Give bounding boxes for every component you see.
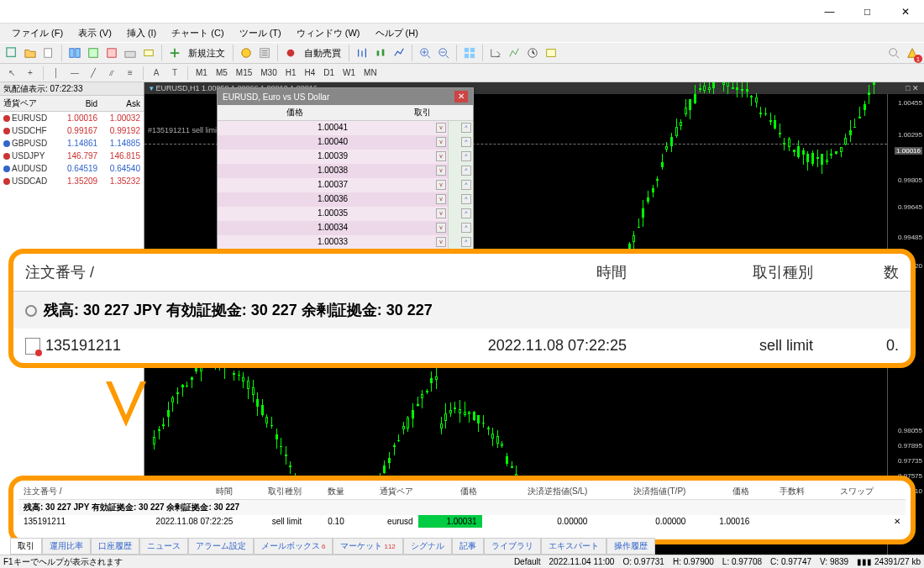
market-watch-icon[interactable] xyxy=(66,45,83,61)
terminal-tab[interactable]: 口座履歴 xyxy=(91,538,139,555)
trendline-icon[interactable]: ╱ xyxy=(85,65,102,82)
terminal-tab[interactable]: 操作履歴 xyxy=(606,538,655,555)
depth-row[interactable]: 1.00039v^ xyxy=(218,150,473,164)
open-icon[interactable] xyxy=(22,45,39,61)
bp-col[interactable]: 手数料 xyxy=(754,484,810,500)
bp-col[interactable]: 注文番号 / xyxy=(18,484,101,500)
chart-close-icon[interactable]: □ ✕ xyxy=(906,84,919,92)
menu-tools[interactable]: ツール (T) xyxy=(233,25,288,41)
terminal-order-row[interactable]: 135191211 2022.11.08 07:22:25 sell limit… xyxy=(18,515,906,528)
autotrade-icon[interactable] xyxy=(282,45,299,61)
bp-close-icon[interactable]: ✕ xyxy=(879,515,906,528)
tf-m5[interactable]: M5 xyxy=(213,66,231,79)
fibo-icon[interactable]: ≡ xyxy=(122,65,139,82)
shift-icon[interactable] xyxy=(487,45,504,61)
auto-scroll-icon[interactable] xyxy=(461,45,478,61)
tf-m30[interactable]: M30 xyxy=(257,66,280,79)
terminal-tab[interactable]: マーケット112 xyxy=(333,538,402,555)
search-icon[interactable] xyxy=(885,45,902,61)
terminal-tab[interactable]: ライブラリ xyxy=(484,538,541,555)
mw-row-USDCHF[interactable]: USDCHF0.991670.99192 xyxy=(0,124,144,137)
menu-view[interactable]: 表示 (V) xyxy=(71,25,118,41)
mw-row-USDCAD[interactable]: USDCAD1.352091.35232 xyxy=(0,175,144,187)
bp-col[interactable]: 取引種別 xyxy=(238,484,307,500)
navigator-icon[interactable] xyxy=(103,45,120,61)
bp-col[interactable]: 価格 xyxy=(418,484,482,500)
terminal-tab[interactable]: エキスパート xyxy=(541,538,606,555)
channel-icon[interactable]: ⫽ xyxy=(103,65,120,82)
close-button[interactable]: ✕ xyxy=(886,0,924,24)
cursor-icon[interactable]: ↖ xyxy=(3,65,20,82)
minimize-button[interactable]: — xyxy=(811,0,848,24)
maximize-button[interactable]: □ xyxy=(848,0,886,24)
tf-mn[interactable]: MN xyxy=(360,66,381,79)
text-icon[interactable]: A xyxy=(148,65,165,82)
menu-window[interactable]: ウィンドウ (W) xyxy=(290,25,367,41)
menu-chart[interactable]: チャート (C) xyxy=(165,25,230,41)
mw-col-ask[interactable]: Ask xyxy=(101,96,144,112)
new-order-icon[interactable] xyxy=(166,45,183,61)
candle-chart-icon[interactable] xyxy=(372,45,389,61)
terminal-tab[interactable]: 運用比率 xyxy=(42,538,91,555)
bp-col[interactable]: 数量 xyxy=(307,484,349,500)
zoom-out-icon[interactable] xyxy=(435,45,452,61)
terminal-tab[interactable]: ニュース xyxy=(139,538,188,555)
hline-icon[interactable]: — xyxy=(66,65,83,82)
bp-col[interactable] xyxy=(879,484,906,500)
menu-file[interactable]: ファイル (F) xyxy=(5,25,70,41)
mw-col-symbol[interactable]: 通貨ペア xyxy=(0,96,58,112)
vline-icon[interactable]: │ xyxy=(48,65,65,82)
dialog-close-icon[interactable]: ✕ xyxy=(454,91,468,103)
menu-insert[interactable]: 挿入 (I) xyxy=(120,25,163,41)
metaeditor-icon[interactable] xyxy=(238,45,255,61)
data-window-icon[interactable] xyxy=(85,45,102,61)
depth-row[interactable]: 1.00037v^ xyxy=(218,178,473,192)
status-profile[interactable]: Default xyxy=(514,557,541,566)
new-chart-icon[interactable] xyxy=(3,45,20,61)
terminal-tab[interactable]: シグナル xyxy=(403,538,452,555)
indicators-icon[interactable] xyxy=(506,45,522,61)
tf-h4[interactable]: H4 xyxy=(302,66,319,79)
tf-w1[interactable]: W1 xyxy=(339,66,359,79)
terminal-tab[interactable]: 取引 xyxy=(10,538,42,555)
templates-icon[interactable] xyxy=(543,45,559,61)
autotrade-label[interactable]: 自動売買 xyxy=(301,47,344,60)
bp-col[interactable]: 決済逆指値(S/L) xyxy=(482,484,593,500)
periods-icon[interactable] xyxy=(524,45,541,61)
alerts-icon[interactable]: 1 xyxy=(904,45,921,61)
profiles-icon[interactable] xyxy=(40,45,57,61)
bp-col[interactable]: 決済指値(T/P) xyxy=(592,484,690,500)
depth-row[interactable]: 1.00035v^ xyxy=(218,207,473,221)
dialog-title-bar[interactable]: EURUSD, Euro vs US Dollar ✕ xyxy=(218,88,473,105)
terminal-icon[interactable] xyxy=(122,45,139,61)
bp-col[interactable]: 価格 xyxy=(690,484,754,500)
bp-col[interactable]: 時間 xyxy=(101,484,239,500)
callout-order-row[interactable]: 135191211 2022.11.08 07:22:25 sell limit… xyxy=(13,329,911,363)
tf-h1[interactable]: H1 xyxy=(282,66,300,79)
tf-m15[interactable]: M15 xyxy=(233,66,255,79)
depth-row[interactable]: 1.00033v^ xyxy=(218,235,473,250)
new-order-label[interactable]: 新規注文 xyxy=(185,47,228,60)
bar-chart-icon[interactable] xyxy=(354,45,370,61)
mw-col-bid[interactable]: Bid xyxy=(58,96,101,112)
bp-col[interactable]: スワップ xyxy=(810,484,879,500)
terminal-tab[interactable]: アラーム設定 xyxy=(188,538,254,555)
depth-row[interactable]: 1.00040v^ xyxy=(218,135,473,150)
tf-m1[interactable]: M1 xyxy=(192,66,211,79)
mw-row-AUDUSD[interactable]: AUDUSD0.645190.64540 xyxy=(0,162,144,175)
options-icon[interactable] xyxy=(256,45,273,61)
text-label-icon[interactable]: T xyxy=(166,65,183,82)
depth-row[interactable]: 1.00036v^ xyxy=(218,192,473,207)
bp-col[interactable]: 通貨ペア xyxy=(349,484,418,500)
strategy-tester-icon[interactable] xyxy=(140,45,157,61)
crosshair-icon[interactable]: + xyxy=(22,65,39,82)
menu-help[interactable]: ヘルプ (H) xyxy=(369,25,425,41)
mw-row-EURUSD[interactable]: EURUSD1.000161.00032 xyxy=(0,112,144,125)
tf-d1[interactable]: D1 xyxy=(320,66,338,79)
depth-row[interactable]: 1.00034v^ xyxy=(218,221,473,235)
mw-row-GBPUSD[interactable]: GBPUSD1.148611.14885 xyxy=(0,137,144,150)
depth-row[interactable]: 1.00038v^ xyxy=(218,164,473,178)
terminal-tab[interactable]: 記事 xyxy=(452,538,484,555)
zoom-in-icon[interactable] xyxy=(417,45,433,61)
depth-row[interactable]: 1.00041v^ xyxy=(218,121,473,135)
